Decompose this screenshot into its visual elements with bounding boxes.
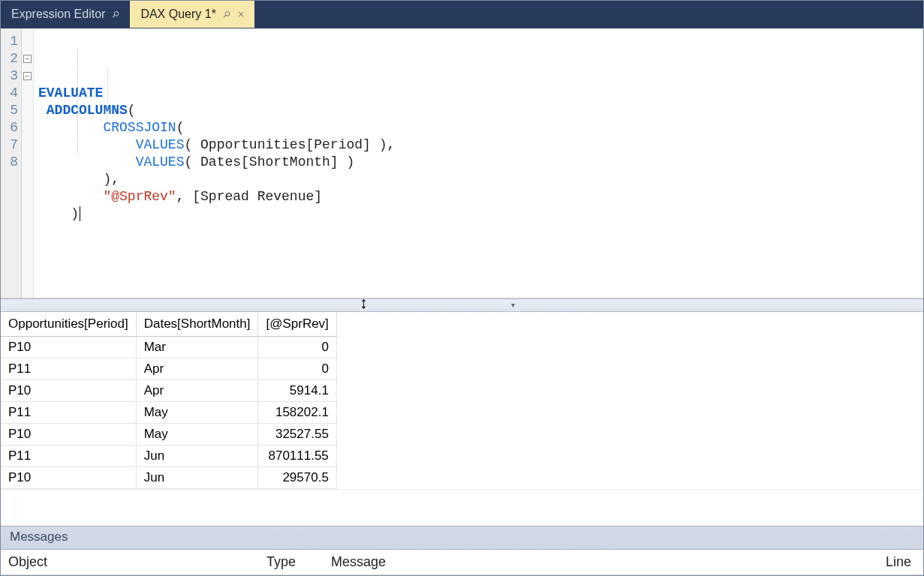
- fold-gutter: − −: [22, 28, 34, 298]
- table-row[interactable]: P11May158202.1: [1, 402, 336, 424]
- text-cursor: [80, 206, 80, 221]
- cell-value: 32527.55: [258, 424, 336, 446]
- cell-month: Apr: [136, 358, 258, 380]
- cell-month: Mar: [136, 337, 258, 358]
- cell-value: 29570.5: [258, 467, 336, 489]
- cell-period: P11: [1, 358, 136, 380]
- cell-value: 5914.1: [258, 380, 336, 402]
- cell-value: 0: [258, 358, 336, 380]
- cell-value: 158202.1: [258, 402, 336, 424]
- results-header-row: Opportunities[Period] Dates[ShortMonth] …: [1, 312, 336, 337]
- table-row[interactable]: P10Mar0: [1, 337, 336, 358]
- table-row[interactable]: P11Apr0: [1, 358, 336, 380]
- cell-value: 0: [258, 337, 336, 358]
- cell-month: May: [136, 402, 258, 424]
- column-header[interactable]: [@SprRev]: [258, 312, 336, 337]
- cell-value: 870111.55: [258, 446, 336, 467]
- column-header[interactable]: Opportunities[Period]: [1, 312, 136, 337]
- line-number-gutter: 1 2 3 4 5 6 7 8: [1, 28, 22, 298]
- tab-dax-query[interactable]: DAX Query 1* ⚲ ×: [130, 1, 254, 28]
- cell-month: May: [136, 424, 258, 446]
- column-message[interactable]: Message: [331, 554, 886, 570]
- close-icon[interactable]: ×: [238, 8, 244, 20]
- code-editor[interactable]: 1 2 3 4 5 6 7 8 − − EVALUATE ADDCOLUMNS(…: [1, 28, 923, 298]
- cell-month: Jun: [136, 467, 258, 489]
- table-row[interactable]: P10Apr5914.1: [1, 380, 336, 402]
- cell-period: P11: [1, 402, 136, 424]
- pin-icon[interactable]: ⚲: [110, 8, 122, 20]
- chevron-down-icon[interactable]: ▾: [511, 301, 515, 309]
- cell-period: P11: [1, 446, 136, 467]
- tab-label: Expression Editor: [11, 8, 105, 21]
- column-header[interactable]: Dates[ShortMonth]: [136, 312, 258, 337]
- cell-period: P10: [1, 380, 136, 402]
- results-grid[interactable]: Opportunities[Period] Dates[ShortMonth] …: [1, 312, 923, 489]
- table-row[interactable]: P10Jun29570.5: [1, 467, 336, 489]
- empty-area: [1, 489, 923, 526]
- messages-columns: Object Type Message Line: [1, 550, 923, 575]
- column-line[interactable]: Line: [886, 554, 916, 570]
- cell-period: P10: [1, 337, 136, 358]
- cell-month: Apr: [136, 380, 258, 402]
- column-object[interactable]: Object: [8, 554, 266, 570]
- tab-bar: Expression Editor ⚲ DAX Query 1* ⚲ ×: [1, 1, 923, 28]
- tab-expression-editor[interactable]: Expression Editor ⚲: [1, 1, 130, 28]
- cell-period: P10: [1, 467, 136, 489]
- cell-period: P10: [1, 424, 136, 446]
- messages-panel-header[interactable]: Messages: [1, 526, 923, 550]
- code-content[interactable]: EVALUATE ADDCOLUMNS( CROSSJOIN( VALUES( …: [34, 28, 923, 298]
- horizontal-splitter[interactable]: ↕ ▾: [1, 298, 923, 312]
- tab-label: DAX Query 1*: [140, 8, 215, 21]
- column-type[interactable]: Type: [266, 554, 331, 570]
- table-row[interactable]: P11Jun870111.55: [1, 446, 336, 467]
- table-row[interactable]: P10May32527.55: [1, 424, 336, 446]
- fold-toggle[interactable]: −: [23, 55, 32, 63]
- cell-month: Jun: [136, 446, 258, 467]
- fold-toggle[interactable]: −: [23, 72, 32, 80]
- pin-icon[interactable]: ⚲: [221, 8, 233, 20]
